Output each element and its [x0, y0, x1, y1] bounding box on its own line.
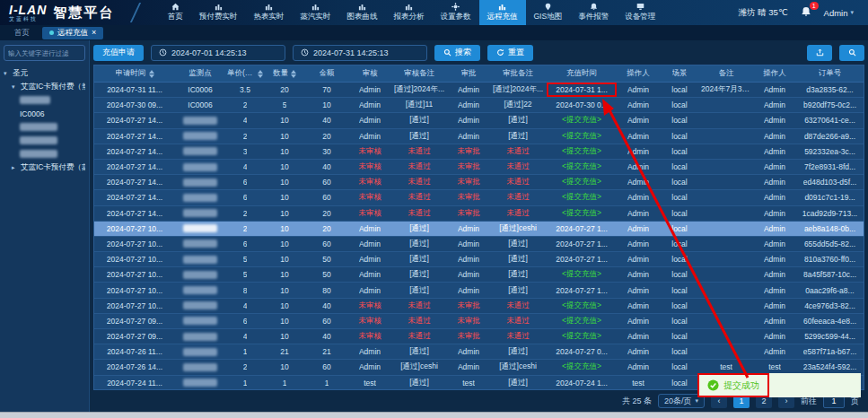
date-to-input[interactable]: 2024-07-31 14:25:13: [293, 45, 427, 61]
notification-bell-icon[interactable]: 1: [801, 6, 811, 19]
user-name: Admin: [824, 8, 848, 18]
cell: Admin: [753, 175, 796, 189]
sort-icon[interactable]: [291, 70, 296, 78]
cell: Admin: [617, 113, 660, 127]
nav-item-1[interactable]: 预付费实时: [191, 0, 246, 25]
cell: 20: [304, 222, 349, 236]
chart-icon: [405, 3, 413, 11]
recharge-apply-button[interactable]: 充值申请: [93, 45, 144, 61]
tree-item-blurred[interactable]: [4, 147, 85, 161]
tree-item-1[interactable]: ▾艾蓝IC卡预付费（热表）: [4, 80, 85, 93]
column-header-6: 审核备注: [390, 65, 448, 82]
cell: 未审批: [448, 314, 489, 328]
table-row[interactable]: 2024-07-27 10...81080Admin[通过]Admin[通过]2…: [94, 283, 864, 298]
export-button[interactable]: [807, 45, 832, 61]
cell: [699, 267, 753, 282]
table-row[interactable]: 2024-07-27 14...21020未审核未通过未审批未通过<提交充值>A…: [94, 206, 864, 222]
nav-item-0[interactable]: 首页: [160, 0, 191, 25]
tree-item-blurred[interactable]: [4, 134, 85, 147]
table-row[interactable]: 2024-07-27 14...61060未审核未通过未审批未通过<提交充值>A…: [94, 175, 864, 190]
search-button[interactable]: 搜索: [434, 45, 480, 61]
table-row[interactable]: 2024-07-27 14...31030未审核未通过未审批未通过<提交充值>A…: [94, 144, 864, 160]
cell: [699, 222, 753, 236]
cell: 60: [304, 190, 349, 205]
submit-recharge-link[interactable]: <提交充值>: [547, 206, 617, 221]
nav-item-8[interactable]: GIS地图: [526, 0, 571, 25]
table-row[interactable]: 2024-07-27 09...41040未审核未通过未审批未通过<提交充值>A…: [94, 329, 864, 344]
table-row[interactable]: 2024-07-27 14...41040未审核未通过未审批未通过<提交充值>A…: [94, 160, 864, 175]
cell: Admin: [753, 83, 796, 97]
table-row[interactable]: 2024-07-27 10...61060Admin[通过]Admin[通过]2…: [94, 237, 864, 252]
cell: 10: [265, 206, 304, 221]
cell: 未通过: [489, 314, 547, 328]
submit-recharge-link[interactable]: <提交充值>: [547, 314, 617, 328]
table-row[interactable]: 2024-07-30 09...IC00062510Admin[通过]11Adm…: [94, 98, 864, 113]
cell: 30: [304, 144, 349, 159]
nav-item-2[interactable]: 热表实时: [246, 0, 293, 25]
tab-label: 远程充值: [57, 28, 88, 39]
cell: Admin: [617, 283, 660, 297]
submit-recharge-link[interactable]: <提交充值>: [547, 190, 617, 205]
nav-item-3[interactable]: 蒸汽实时: [293, 0, 339, 25]
table-row[interactable]: 2024-07-27 14...61060未审核未通过未审批未通过<提交充值>A…: [94, 190, 864, 205]
date-from-input[interactable]: 2024-07-01 14:25:13: [151, 45, 285, 61]
tree-item-0[interactable]: ▾圣元: [4, 66, 85, 80]
tree-item-blurred[interactable]: [4, 93, 85, 107]
submit-recharge-link[interactable]: <提交充值>: [547, 360, 617, 374]
nav-item-7[interactable]: 远程充值: [479, 0, 526, 25]
cell: 2024-07-27 14...: [94, 160, 175, 174]
zoom-button[interactable]: [839, 45, 864, 61]
nav-item-9[interactable]: 事件报警: [570, 0, 617, 25]
tab-home[interactable]: 首页: [7, 27, 37, 39]
chevron-right-icon[interactable]: ▸: [12, 164, 18, 171]
submit-recharge-link[interactable]: <提交充值>: [547, 129, 617, 144]
submit-recharge-link[interactable]: <提交充值>: [547, 113, 617, 127]
submit-recharge-link[interactable]: <提交充值>: [547, 267, 617, 282]
tab-remote-recharge[interactable]: 远程充值 ×: [42, 27, 103, 39]
reset-button[interactable]: 重置: [487, 45, 533, 61]
cell: 10: [265, 222, 304, 236]
close-icon[interactable]: ×: [92, 29, 96, 37]
nav-item-4[interactable]: 图表曲线: [339, 0, 386, 25]
cell: [699, 98, 753, 112]
table-row[interactable]: 2024-07-27 14...21020Admin[通过]Admin[通过]<…: [94, 129, 864, 144]
user-menu[interactable]: Admin ▾: [824, 8, 854, 18]
cell: local: [660, 113, 699, 127]
cell: [175, 206, 225, 221]
cell: local: [660, 98, 699, 112]
cell: 63270641-ce...: [796, 113, 864, 127]
submit-recharge-link[interactable]: <提交充值>: [547, 175, 617, 189]
table-row[interactable]: 2024-07-27 10...41040未审核未通过未审批未通过<提交充值>A…: [94, 299, 864, 314]
cell: [通过]2024年...: [390, 83, 448, 97]
horizontal-scrollbar[interactable]: [0, 412, 868, 418]
tree-filter-input[interactable]: [4, 45, 85, 61]
nav-item-10[interactable]: 设备管理: [617, 0, 663, 25]
column-header-2[interactable]: 单价(元): [225, 65, 265, 82]
chevron-down-icon[interactable]: ▾: [4, 70, 10, 77]
sort-icon[interactable]: [149, 70, 154, 78]
tree-item-7[interactable]: ▸艾蓝IC卡预付费（蒸汽）: [4, 161, 85, 174]
cell: Admin: [617, 190, 660, 205]
nav-item-6[interactable]: 设置参数: [433, 0, 479, 25]
sort-icon[interactable]: [258, 70, 263, 78]
tree-item-3[interactable]: IC0006: [4, 107, 85, 120]
table-row[interactable]: 2024-07-27 09...61060未审核未通过未审批未通过<提交充值>A…: [94, 314, 864, 329]
table-row[interactable]: 2024-07-27 10...51050Admin[通过]Admin[通过]<…: [94, 267, 864, 283]
submit-recharge-link[interactable]: <提交充值>: [547, 299, 617, 313]
column-header-3[interactable]: 数量: [265, 65, 304, 82]
submit-recharge-link[interactable]: <提交充值>: [547, 144, 617, 159]
column-header-0[interactable]: 申请时间: [94, 65, 175, 82]
nav-item-5[interactable]: 报表分析: [386, 0, 433, 25]
table-row[interactable]: 2024-07-27 14...41040Admin[通过]Admin[通过]<…: [94, 113, 864, 128]
cell: local: [660, 129, 699, 144]
table-row[interactable]: 2024-07-27 10...21020Admin[通过]Admin[通过]c…: [94, 222, 864, 237]
tree-item-blurred[interactable]: [4, 120, 85, 134]
table-row[interactable]: 2024-07-26 11...12121Admin[通过]Admin[通过]2…: [94, 344, 864, 360]
cell: Admin: [753, 190, 796, 205]
table-row[interactable]: 2024-07-27 10...51050Admin[通过]Admin[通过]2…: [94, 252, 864, 267]
cell: 未通过: [390, 206, 448, 221]
chevron-down-icon[interactable]: ▾: [12, 83, 18, 91]
submit-recharge-link[interactable]: <提交充值>: [547, 329, 617, 344]
submit-recharge-link[interactable]: <提交充值>: [547, 160, 617, 174]
table-row[interactable]: 2024-07-31 11...IC00063.52070Admin[通过]20…: [94, 83, 864, 98]
